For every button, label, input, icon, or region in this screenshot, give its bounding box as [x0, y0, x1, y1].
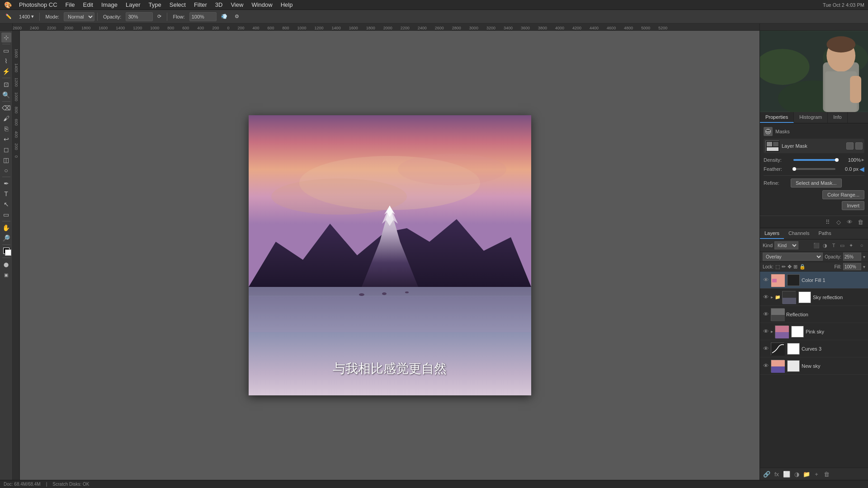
lock-all-icon[interactable]: 🔒 — [799, 264, 806, 270]
select-and-mask-button[interactable]: Select and Mask... — [791, 178, 842, 188]
brush-options[interactable]: 1400 ▾ — [16, 13, 37, 20]
add-group-icon[interactable]: 📁 — [802, 470, 811, 478]
layer-item-curves-3[interactable]: 👁 Curves 3 — [760, 340, 868, 357]
tab-histogram[interactable]: Histogram — [794, 112, 828, 123]
layer-item-pink-sky[interactable]: 👁 ▸ Pink sky — [760, 323, 868, 340]
color-range-button[interactable]: Color Range... — [822, 190, 864, 199]
move-tool[interactable]: ⊹ — [1, 33, 11, 42]
menu-3d[interactable]: 3D — [212, 0, 226, 9]
dots-icon[interactable]: ⠿ — [824, 218, 832, 226]
menu-select[interactable]: Select — [166, 0, 189, 9]
airbrush-icon[interactable]: 💨 — [218, 13, 230, 20]
layer-item-color-fill-1[interactable]: 👁 Color Fill 1 — [760, 272, 868, 289]
flow-input[interactable] — [189, 12, 217, 21]
layer-item-sky-reflection[interactable]: 👁 ▸ 📁 Sky reflection — [760, 289, 868, 306]
mask-button-2[interactable] — [855, 142, 863, 150]
group-arrow-pink[interactable]: ▸ — [771, 329, 773, 334]
density-handle[interactable] — [835, 158, 839, 162]
opacity-slider-icon[interactable]: ⟳ — [155, 13, 164, 20]
screen-mode-icon[interactable]: ▣ — [1, 270, 11, 280]
tool-icon[interactable]: ✏️ — [3, 13, 14, 20]
quick-mask-icon[interactable]: ⬤ — [1, 259, 11, 269]
visibility-eye-sky-reflection[interactable]: 👁 — [763, 294, 769, 300]
eraser-tool[interactable]: ◻ — [1, 145, 11, 155]
spot-heal-tool[interactable]: ⌫ — [1, 103, 11, 113]
filter-select[interactable]: Kind Name Effect — [774, 241, 798, 249]
lock-brush-icon[interactable]: ✏ — [782, 264, 786, 270]
filter-type-icon[interactable]: T — [830, 242, 837, 249]
visibility-eye-new-sky[interactable]: 👁 — [763, 363, 769, 369]
dodge-tool[interactable]: ○ — [1, 165, 11, 175]
menu-help[interactable]: Help — [277, 0, 297, 9]
menu-view[interactable]: View — [227, 0, 247, 9]
add-mask-icon[interactable]: ⬜ — [783, 470, 791, 478]
crop-tool[interactable]: ⊡ — [1, 80, 11, 89]
filter-smart-icon[interactable]: ✦ — [847, 242, 854, 249]
menu-file[interactable]: File — [62, 0, 79, 9]
link-layers-icon[interactable]: 🔗 — [763, 470, 771, 478]
selection-tool[interactable]: ▭ — [1, 46, 11, 56]
layer-item-reflection[interactable]: 👁 Reflection — [760, 306, 868, 323]
opacity-input[interactable] — [126, 12, 153, 21]
menu-filter[interactable]: Filter — [190, 0, 211, 9]
eye-icon[interactable]: 👁 — [845, 218, 854, 226]
canvas-area[interactable]: 与我相比感觉更自然 — [20, 31, 760, 480]
add-adjustment-icon[interactable]: ◑ — [793, 470, 801, 478]
visibility-eye-pink-sky[interactable]: 👁 — [763, 328, 769, 335]
menu-photoshop[interactable]: Photoshop CC — [15, 0, 61, 9]
trash-icon[interactable]: 🗑 — [856, 218, 864, 226]
feather-slider[interactable] — [793, 168, 835, 170]
feather-handle[interactable] — [793, 167, 796, 171]
eyedropper-tool[interactable]: 🔍 — [1, 90, 11, 100]
lock-position-icon[interactable]: ✥ — [788, 264, 792, 270]
zoom-tool[interactable]: 🔎 — [1, 233, 11, 243]
tab-paths[interactable]: Paths — [814, 228, 836, 239]
density-slider[interactable] — [793, 159, 838, 161]
menu-image[interactable]: Image — [98, 0, 121, 9]
lock-artboard-icon[interactable]: ⊞ — [793, 264, 797, 270]
layers-list[interactable]: 👁 Color Fill 1 👁 ▸ — [760, 272, 868, 468]
blend-mode-select[interactable]: Overlay Normal Multiply Screen — [763, 253, 823, 261]
menu-edit[interactable]: Edit — [80, 0, 97, 9]
filter-adjust-icon[interactable]: ◑ — [821, 242, 829, 249]
add-style-icon[interactable]: fx — [773, 470, 781, 478]
filter-shape-icon[interactable]: ▭ — [839, 242, 846, 249]
foreground-color[interactable] — [1, 246, 11, 256]
visibility-eye-reflection[interactable]: 👁 — [763, 311, 769, 318]
fill-input[interactable] — [843, 263, 861, 270]
opacity-input[interactable] — [843, 253, 861, 261]
invert-button[interactable]: Invert — [842, 201, 864, 210]
clone-tool[interactable]: ⎘ — [1, 124, 11, 134]
delete-layer-icon[interactable]: 🗑 — [822, 470, 830, 478]
menu-window[interactable]: Window — [248, 0, 276, 9]
text-tool[interactable]: T — [1, 189, 11, 199]
filter-toggle[interactable]: ○ — [858, 242, 865, 249]
brush-tool[interactable]: 🖌 — [1, 113, 11, 123]
pen-tool[interactable]: ✒ — [1, 178, 11, 188]
tab-properties[interactable]: Properties — [760, 112, 794, 123]
visibility-eye-color-fill[interactable]: 👁 — [763, 277, 769, 283]
gradient-tool[interactable]: ◫ — [1, 155, 11, 165]
menu-layer[interactable]: Layer — [122, 0, 144, 9]
diamond-icon[interactable]: ◇ — [835, 218, 843, 226]
visibility-eye-curves[interactable]: 👁 — [763, 346, 769, 352]
mode-select[interactable]: Normal Multiply Screen — [64, 12, 94, 21]
mask-button-1[interactable] — [846, 142, 854, 150]
filter-pixel-icon[interactable]: ⬛ — [813, 242, 820, 249]
extra-options[interactable]: ⚙ — [232, 13, 242, 20]
lasso-tool[interactable]: ⌇ — [1, 56, 11, 66]
shape-tool[interactable]: ▭ — [1, 210, 11, 220]
tab-channels[interactable]: Channels — [784, 228, 814, 239]
layer-item-new-sky[interactable]: 👁 New sky — [760, 357, 868, 375]
layer-mask-row[interactable]: Layer Mask — [764, 139, 864, 153]
add-layer-icon[interactable]: + — [812, 470, 821, 478]
path-select-tool[interactable]: ↖ — [1, 199, 11, 209]
menu-type[interactable]: Type — [145, 0, 165, 9]
magic-wand-tool[interactable]: ⚡ — [1, 66, 11, 76]
tab-info[interactable]: Info — [828, 112, 847, 123]
hand-tool[interactable]: ✋ — [1, 223, 11, 233]
group-arrow-sky[interactable]: ▸ — [771, 295, 773, 300]
lock-transparent-icon[interactable]: ⬚ — [775, 264, 780, 270]
tab-layers[interactable]: Layers — [760, 228, 784, 239]
history-tool[interactable]: ↩ — [1, 134, 11, 144]
